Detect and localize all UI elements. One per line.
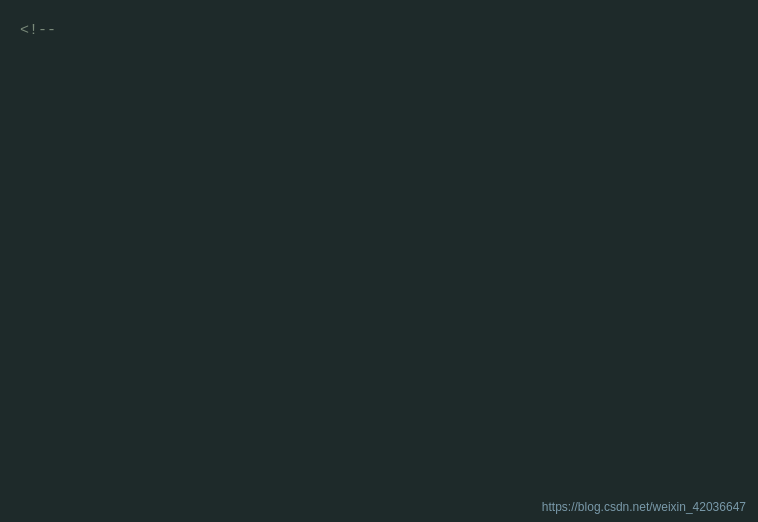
footer-link: https://blog.csdn.net/weixin_42036647 <box>542 500 746 514</box>
line-comment-open: <!-- <box>20 18 738 44</box>
code-block: <!-- <box>0 0 758 62</box>
comment-open: <!-- <box>20 22 56 39</box>
